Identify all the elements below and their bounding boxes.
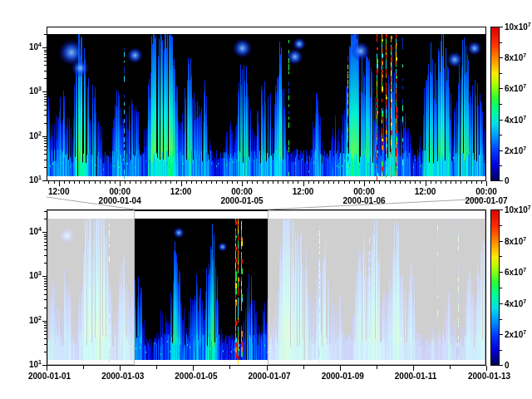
x-minor-tick: [216, 181, 217, 184]
y-minor-tick: [44, 263, 47, 264]
x-minor-tick: [313, 181, 314, 184]
y-minor-tick: [44, 167, 47, 168]
x-minor-tick: [232, 181, 233, 184]
dimmed-region-left: [47, 210, 135, 365]
y-minor-tick: [44, 334, 47, 335]
x-minor-tick: [303, 366, 304, 369]
x-minor-tick: [170, 181, 171, 184]
x-minor-tick: [466, 181, 467, 184]
y-minor-tick: [44, 96, 47, 97]
x-tick-label: 12:00: [41, 187, 77, 196]
y-minor-tick: [44, 140, 47, 141]
x-minor-tick: [456, 181, 456, 184]
y-minor-tick: [44, 211, 47, 212]
x-minor-tick: [385, 181, 386, 184]
colorbar-tick-label: 8x107: [505, 53, 526, 62]
x-minor-tick: [191, 181, 192, 184]
y-minor-tick: [44, 299, 47, 300]
y-minor-tick: [44, 234, 47, 235]
y-minor-tick: [44, 143, 47, 144]
colorbar-major-tick: [500, 180, 503, 181]
x-major-tick: [181, 181, 182, 186]
x-minor-tick: [140, 181, 141, 184]
x-minor-tick: [377, 366, 377, 369]
colorbar-tick-label: 8x107: [505, 237, 526, 246]
zoom-spectrogram-panel: [47, 27, 486, 181]
y-minor-tick: [44, 160, 47, 160]
colorbar-major-tick: [500, 272, 503, 273]
x-minor-tick: [333, 181, 334, 184]
y-tick-label: 102: [17, 316, 42, 325]
colorbar-tick-label: 10x107: [505, 205, 531, 214]
y-major-tick: [42, 180, 47, 181]
x-minor-tick: [196, 181, 197, 184]
x-major-tick: [59, 181, 60, 186]
colorbar-major-tick: [500, 88, 503, 89]
y-minor-tick: [44, 123, 47, 124]
x-minor-tick: [160, 181, 161, 184]
colorbar-major-tick: [500, 209, 503, 210]
x-minor-tick: [436, 181, 436, 184]
colorbar-tick-label: 4x107: [505, 116, 526, 125]
x-minor-tick: [318, 181, 319, 184]
x-minor-tick: [48, 181, 49, 184]
x-minor-tick: [227, 181, 228, 184]
x-minor-tick: [471, 181, 472, 184]
y-major-tick: [42, 276, 47, 277]
x-tick-label: 2000-01-07: [249, 372, 285, 381]
y-minor-tick: [44, 278, 47, 279]
x-major-tick: [426, 181, 426, 186]
y-minor-tick: [44, 146, 47, 147]
x-minor-tick: [150, 181, 151, 184]
x-minor-tick: [130, 181, 131, 184]
y-minor-tick: [44, 110, 47, 111]
y-minor-tick: [44, 138, 47, 139]
x-minor-tick: [186, 181, 187, 184]
x-minor-tick: [415, 181, 416, 184]
y-tick-label: 101: [17, 175, 42, 185]
time-selection-box[interactable]: [135, 209, 268, 366]
x-tick-label: 2000-01-11: [395, 372, 431, 381]
x-minor-tick: [446, 181, 446, 184]
colorbar-tick-label: 10x107: [505, 22, 531, 32]
x-major-tick: [340, 366, 341, 371]
y-minor-tick: [44, 34, 47, 35]
colorbar-minor-tick: [500, 225, 502, 226]
x-minor-tick: [89, 181, 90, 184]
x-major-tick: [193, 366, 194, 371]
x-tick-label: 2000-01-05: [175, 372, 211, 381]
y-major-tick: [42, 365, 47, 366]
x-minor-tick: [156, 366, 157, 369]
spectrogram-figure: 12:0000:002000-01-0412:0000:002000-01-05…: [0, 0, 532, 399]
colorbar-major-tick: [500, 27, 503, 27]
x-minor-tick: [298, 181, 298, 184]
y-major-tick: [42, 321, 47, 322]
context-colorbar: [490, 209, 500, 366]
x-minor-tick: [69, 181, 70, 184]
y-minor-tick: [44, 236, 47, 237]
x-minor-tick: [441, 181, 441, 184]
x-minor-tick: [450, 366, 451, 369]
x-tick-label: 2000-01-03: [101, 372, 138, 381]
y-tick-label: 104: [17, 227, 42, 236]
colorbar-minor-tick: [500, 165, 502, 166]
y-minor-tick: [44, 281, 47, 282]
colorbar-minor-tick: [500, 256, 502, 257]
x-minor-tick: [201, 181, 202, 184]
colorbar-minor-tick: [500, 135, 502, 135]
x-minor-tick: [481, 181, 482, 184]
x-minor-tick: [211, 181, 212, 184]
x-minor-tick: [125, 181, 126, 184]
colorbar-tick-label: 6x107: [505, 84, 526, 93]
colorbar-tick-label: 0: [505, 176, 510, 185]
x-minor-tick: [206, 181, 207, 184]
x-date-label: 2000-01-07: [459, 196, 514, 205]
zoom-spectrogram-canvas[interactable]: [47, 27, 485, 180]
y-minor-tick: [44, 61, 47, 62]
colorbar-tick-label: 4x107: [505, 299, 526, 308]
x-minor-tick: [229, 366, 230, 369]
x-minor-tick: [354, 181, 355, 184]
y-minor-tick: [44, 101, 47, 102]
x-minor-tick: [222, 181, 223, 184]
y-minor-tick: [44, 331, 47, 332]
